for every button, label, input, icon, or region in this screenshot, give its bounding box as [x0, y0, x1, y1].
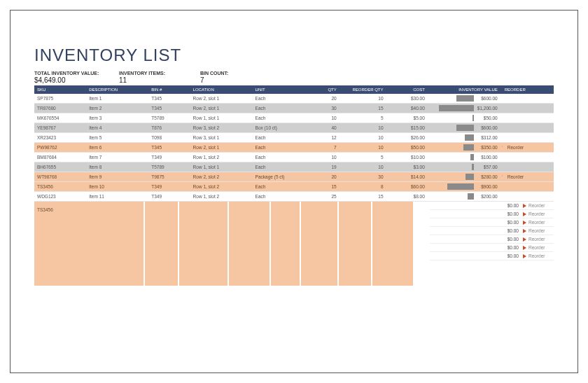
tail-col[interactable] — [229, 202, 270, 286]
tail-col[interactable] — [95, 202, 144, 286]
cell-inv[interactable]: $57.00 — [429, 162, 502, 172]
cell-rqty[interactable]: 10 — [341, 94, 388, 104]
cell-unit[interactable]: Each — [253, 192, 304, 202]
cell-desc[interactable]: Item 6 — [86, 143, 148, 153]
cell-sku[interactable]: TR87680 — [34, 104, 86, 113]
cell-desc[interactable]: Item 10 — [86, 182, 148, 192]
cell-qty[interactable]: 20 — [304, 94, 341, 104]
cell-cost[interactable]: $8.00 — [388, 192, 429, 202]
cell-qty[interactable]: 10 — [304, 153, 341, 162]
col-inv[interactable]: INVENTORY VALUE — [429, 85, 502, 94]
cell-qty[interactable]: 7 — [304, 143, 341, 153]
cell-desc[interactable]: Item 9 — [86, 172, 148, 182]
table-row[interactable]: PW98762Item 6T345Row 2, slot 1Each710$50… — [34, 143, 554, 153]
cell-reorder[interactable] — [502, 123, 554, 133]
cell-cost[interactable]: $15.00 — [388, 123, 429, 133]
tail-row[interactable]: $0.00Reorder — [430, 218, 554, 227]
cell-unit[interactable]: Each — [253, 162, 304, 172]
cell-desc[interactable]: Item 2 — [86, 104, 148, 113]
tail-col[interactable] — [339, 202, 371, 286]
cell-reorder[interactable] — [502, 153, 554, 162]
cell-reorder[interactable]: Reorder — [502, 172, 554, 182]
table-row[interactable]: WDG123Item 11T349Row 1, slot 2Each2515$8… — [34, 192, 554, 202]
cell-bin[interactable]: T5789 — [148, 162, 190, 172]
table-row[interactable]: TS3456Item 10T349Row 1, slot 2Each158$60… — [34, 182, 554, 192]
cell-loc[interactable]: Row 1, slot 1 — [190, 113, 253, 123]
tail-col[interactable] — [301, 202, 337, 286]
cell-cost[interactable]: $30.00 — [388, 94, 429, 104]
cell-loc[interactable]: Row 1, slot 1 — [190, 162, 253, 172]
cell-unit[interactable]: Each — [253, 104, 304, 113]
cell-reorder[interactable]: Reorder — [502, 143, 554, 153]
cell-qty[interactable]: 12 — [304, 133, 341, 143]
cell-reorder[interactable] — [502, 104, 554, 113]
table-row[interactable]: WT98768Item 9T9875Row 2, slot 2Package (… — [34, 172, 554, 182]
cell-reorder[interactable] — [502, 192, 554, 202]
cell-sku[interactable]: XR23423 — [34, 133, 86, 143]
cell-reorder[interactable] — [502, 133, 554, 143]
table-row[interactable]: YE98767Item 4T876Row 3, slot 2Box (10 ct… — [34, 123, 554, 133]
cell-desc[interactable]: Item 5 — [86, 133, 148, 143]
cell-sku[interactable]: TS3456 — [34, 182, 86, 192]
tail-col[interactable] — [179, 202, 227, 286]
col-cost[interactable]: COST — [388, 85, 429, 94]
tail-col[interactable] — [145, 202, 177, 286]
cell-loc[interactable]: Row 2, slot 1 — [190, 104, 253, 113]
cell-qty[interactable]: 40 — [304, 123, 341, 133]
cell-cost[interactable]: $60.00 — [388, 182, 429, 192]
cell-desc[interactable]: Item 11 — [86, 192, 148, 202]
cell-rqty[interactable]: 15 — [341, 192, 388, 202]
cell-desc[interactable]: Item 4 — [86, 123, 148, 133]
cell-unit[interactable]: Each — [253, 113, 304, 123]
cell-loc[interactable]: Row 1, slot 2 — [190, 153, 253, 162]
cell-loc[interactable]: Row 2, slot 2 — [190, 172, 253, 182]
cell-inv[interactable]: $1,200.00 — [429, 104, 502, 113]
table-row[interactable]: MK676554Item 3T5789Row 1, slot 1Each105$… — [34, 113, 554, 123]
cell-desc[interactable]: Item 1 — [86, 94, 148, 104]
cell-qty[interactable]: 15 — [304, 182, 341, 192]
cell-unit[interactable]: Package (5 ct) — [253, 172, 304, 182]
cell-reorder[interactable] — [502, 94, 554, 104]
cell-bin[interactable]: T349 — [148, 182, 190, 192]
cell-rqty[interactable]: 15 — [341, 104, 388, 113]
cell-sku[interactable]: SP7875 — [34, 94, 86, 104]
col-unit[interactable]: UNIT — [253, 85, 304, 94]
cell-bin[interactable]: T345 — [148, 94, 190, 104]
cell-sku[interactable]: MK676554 — [34, 113, 86, 123]
tail-row[interactable]: $0.00Reorder — [430, 235, 554, 244]
cell-unit[interactable]: Each — [253, 94, 304, 104]
cell-inv[interactable]: $900.00 — [429, 182, 502, 192]
cell-qty[interactable]: 25 — [304, 192, 341, 202]
cell-rqty[interactable]: 30 — [341, 172, 388, 182]
table-row[interactable]: TR87680Item 2T345Row 2, slot 1Each3015$4… — [34, 104, 554, 113]
cell-qty[interactable]: 30 — [304, 104, 341, 113]
cell-rqty[interactable]: 10 — [341, 133, 388, 143]
cell-bin[interactable]: T349 — [148, 153, 190, 162]
cell-loc[interactable]: Row 2, slot 1 — [190, 143, 253, 153]
tail-col[interactable] — [372, 202, 413, 286]
cell-sku[interactable]: YE98767 — [34, 123, 86, 133]
cell-rqty[interactable]: 8 — [341, 182, 388, 192]
cell-loc[interactable]: Row 1, slot 2 — [190, 182, 253, 192]
cell-reorder[interactable] — [502, 162, 554, 172]
cell-sku[interactable]: BM87684 — [34, 153, 86, 162]
cell-inv[interactable]: $350.00 — [429, 143, 502, 153]
table-row[interactable]: XR23423Item 5T098Row 3, slot 1Each1210$2… — [34, 133, 554, 143]
col-loc[interactable]: LOCATION — [190, 85, 253, 94]
cell-bin[interactable]: T345 — [148, 143, 190, 153]
tail-sku-cell[interactable]: TS3456 — [34, 202, 95, 286]
cell-loc[interactable]: Row 1, slot 2 — [190, 192, 253, 202]
cell-sku[interactable]: WT98768 — [34, 172, 86, 182]
cell-rqty[interactable]: 5 — [341, 113, 388, 123]
tail-row[interactable]: $0.00Reorder — [430, 210, 554, 218]
cell-qty[interactable]: 19 — [304, 162, 341, 172]
tail-row[interactable]: $0.00Reorder — [430, 202, 554, 210]
table-row[interactable]: BM87684Item 7T349Row 1, slot 2Each105$10… — [34, 153, 554, 162]
cell-loc[interactable]: Row 3, slot 1 — [190, 133, 253, 143]
cell-sku[interactable]: PW98762 — [34, 143, 86, 153]
cell-bin[interactable]: T9875 — [148, 172, 190, 182]
cell-inv[interactable]: $200.00 — [429, 192, 502, 202]
tail-row[interactable]: $0.00Reorder — [430, 227, 554, 235]
cell-cost[interactable]: $40.00 — [388, 104, 429, 113]
cell-loc[interactable]: Row 3, slot 2 — [190, 123, 253, 133]
